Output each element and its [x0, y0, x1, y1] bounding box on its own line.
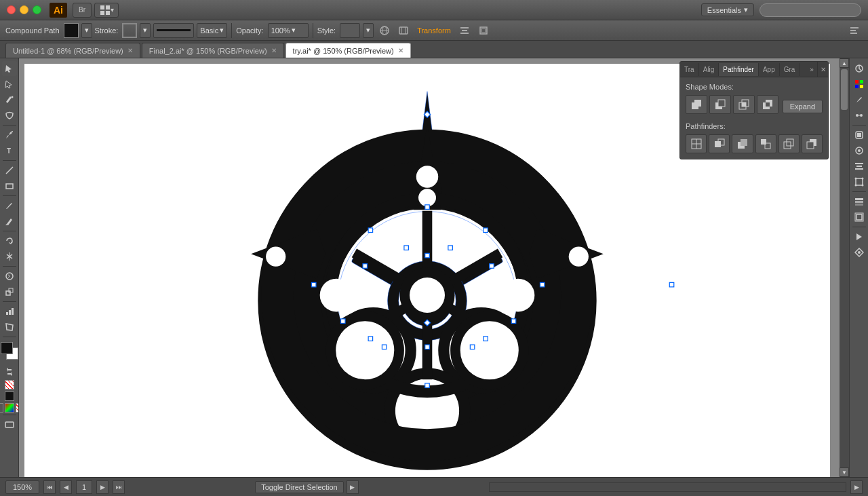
pencil-tool[interactable] [2, 214, 17, 229]
expand-button[interactable]: Expand [783, 100, 823, 113]
right-panel-color[interactable] [852, 61, 867, 76]
rect-tool[interactable] [2, 178, 17, 193]
separator [852, 191, 866, 192]
right-panel-navigator[interactable] [852, 245, 867, 260]
tab-align[interactable]: Alig [699, 63, 719, 76]
right-panel-layers[interactable] [852, 194, 867, 209]
right-panel-symbols[interactable] [852, 108, 867, 123]
transform-button[interactable]: Transform [414, 26, 454, 35]
chevron-down-icon: ▾ [220, 26, 224, 35]
right-panel-transform[interactable] [852, 174, 867, 189]
foreground-swatch[interactable] [1, 342, 13, 354]
tab-close-icon[interactable]: ✕ [398, 47, 403, 54]
scroll-down-arrow[interactable]: ▼ [840, 468, 849, 477]
globe-icon[interactable] [376, 23, 393, 38]
opacity-input[interactable]: 100% ▾ [268, 23, 309, 38]
stroke-style-dropdown[interactable]: Basic ▾ [197, 23, 227, 38]
maximize-button[interactable] [33, 5, 41, 14]
graph-tool[interactable] [2, 304, 17, 319]
tab-pathfinder[interactable]: Pathfinder [719, 63, 759, 76]
line-tool[interactable] [2, 163, 17, 178]
search-input[interactable] [760, 3, 861, 17]
first-page-button[interactable]: ⏮ [43, 480, 56, 494]
scroll-thumb[interactable] [841, 69, 848, 110]
reflect-tool[interactable] [2, 249, 17, 264]
type-tool[interactable]: T [2, 143, 17, 158]
exclude-button[interactable] [757, 95, 778, 114]
magic-wand-tool[interactable] [2, 92, 17, 107]
panel-close-button[interactable]: ✕ [817, 62, 828, 77]
panel-more-button[interactable]: » [806, 62, 817, 77]
tab-close-icon[interactable]: ✕ [271, 47, 277, 54]
essentials-button[interactable]: Essentials ▾ [701, 3, 754, 16]
screen-mode-btn[interactable] [2, 417, 17, 432]
svg-point-72 [502, 279, 535, 312]
close-button[interactable] [7, 5, 16, 14]
vertical-scrollbar[interactable]: ▲ ▼ [840, 58, 849, 477]
trim-button[interactable] [709, 134, 730, 153]
bridge-button[interactable]: Br [73, 3, 92, 18]
pen-tool[interactable] [2, 128, 17, 142]
lasso-tool[interactable] [2, 108, 17, 123]
right-panel-graphic-styles[interactable] [852, 128, 867, 142]
color-swatch-container [1, 342, 18, 360]
toggle-direct-selection-button[interactable]: Toggle Direct Selection [255, 481, 344, 493]
color-mode-btn[interactable] [0, 403, 3, 413]
tab-appearance[interactable]: App [759, 63, 780, 76]
right-panel-brushes[interactable] [852, 92, 867, 107]
minimize-button[interactable] [20, 5, 28, 14]
right-panel-swatches[interactable] [852, 77, 867, 92]
align-icon[interactable] [456, 23, 473, 38]
scroll-right-button[interactable]: ▶ [850, 480, 863, 494]
scale-tool[interactable] [2, 284, 17, 299]
stroke-swatch[interactable] [122, 23, 137, 38]
black-swatch[interactable] [5, 392, 14, 401]
right-panel-appearance[interactable] [852, 143, 867, 158]
minus-back-button[interactable] [802, 134, 823, 153]
next-page-button[interactable]: ▶ [96, 480, 108, 494]
minus-front-button[interactable] [709, 95, 731, 114]
prev-page-button[interactable]: ◀ [60, 480, 72, 494]
paintbrush-tool[interactable] [2, 198, 17, 213]
scroll-up-arrow[interactable]: ▲ [840, 58, 849, 68]
page-number-input[interactable] [76, 480, 92, 494]
workspace-button[interactable]: ▾ [94, 3, 119, 18]
swap-color-icon[interactable] [5, 367, 14, 378]
fill-swatch[interactable] [64, 23, 79, 38]
gradient-mode-btn[interactable] [5, 403, 14, 413]
panel-toggle-icon[interactable] [846, 23, 863, 38]
zoom-level[interactable]: 150% [5, 480, 39, 494]
transform2-icon[interactable] [475, 23, 492, 38]
merge-button[interactable] [732, 134, 753, 153]
intersect-button[interactable] [733, 95, 755, 114]
tab-graphic-styles[interactable]: Gra [780, 63, 800, 76]
rotate-tool[interactable] [2, 233, 17, 248]
divide-button[interactable] [686, 134, 707, 153]
settings-icon[interactable] [395, 23, 412, 38]
warp-tool[interactable] [2, 269, 17, 284]
none-swatch[interactable] [5, 380, 14, 389]
fill-dropdown[interactable]: ▾ [81, 23, 92, 38]
style-dropdown[interactable]: ▾ [363, 23, 374, 38]
right-panel-actions[interactable] [852, 229, 867, 244]
free-transform-tool[interactable] [2, 320, 17, 335]
tab-untitled[interactable]: Untitled-1 @ 68% (RGB/Preview) ✕ [5, 43, 140, 58]
direct-selection-tool[interactable] [2, 77, 17, 92]
last-page-button[interactable]: ⏭ [113, 480, 125, 494]
tab-close-icon[interactable]: ✕ [127, 47, 133, 54]
crop-button[interactable] [755, 134, 776, 153]
tab-try[interactable]: try.ai* @ 150% (RGB/Preview) ✕ [285, 43, 411, 58]
outline-button[interactable] [778, 134, 800, 153]
unite-button[interactable] [686, 95, 707, 114]
right-panel-align[interactable] [852, 159, 867, 174]
right-panel-artboards[interactable] [852, 210, 867, 225]
stroke-dropdown[interactable]: ▾ [140, 23, 151, 38]
selection-tool[interactable] [2, 61, 17, 76]
toggle-arrow-button[interactable]: ▶ [347, 480, 359, 494]
style-swatch[interactable] [340, 23, 360, 38]
scroll-track[interactable] [840, 68, 849, 468]
horizontal-scrollbar[interactable] [489, 482, 846, 492]
tab-final2[interactable]: Final_2.ai* @ 150% (RGB/Preview) ✕ [142, 43, 284, 58]
tab-transform[interactable]: Tra [680, 63, 699, 76]
stroke-weight-box[interactable] [153, 23, 194, 38]
